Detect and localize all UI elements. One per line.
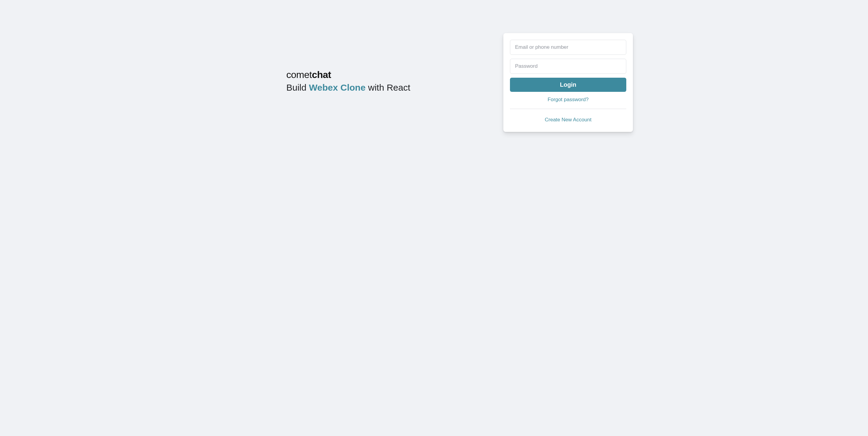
login-card: Login Forgot password? Create New Accoun… xyxy=(503,33,633,132)
logo-suffix: chat xyxy=(312,69,331,80)
logo: cometchat xyxy=(286,69,449,80)
tagline: Build Webex Clone with React xyxy=(286,81,449,93)
login-button[interactable]: Login xyxy=(510,78,626,92)
form-section: Login Forgot password? Create New Accoun… xyxy=(503,33,633,132)
create-account-link[interactable]: Create New Account xyxy=(510,117,626,125)
password-field[interactable] xyxy=(510,59,626,74)
main-container: cometchat Build Webex Clone with React L… xyxy=(223,33,645,132)
divider xyxy=(510,109,626,109)
tagline-highlight: Webex Clone xyxy=(309,82,366,93)
email-field[interactable] xyxy=(510,40,626,55)
tagline-prefix: Build xyxy=(286,82,309,93)
forgot-password-link[interactable]: Forgot password? xyxy=(510,97,626,103)
tagline-suffix: with React xyxy=(366,82,410,93)
branding-section: cometchat Build Webex Clone with React xyxy=(235,33,449,93)
logo-prefix: comet xyxy=(286,69,312,80)
